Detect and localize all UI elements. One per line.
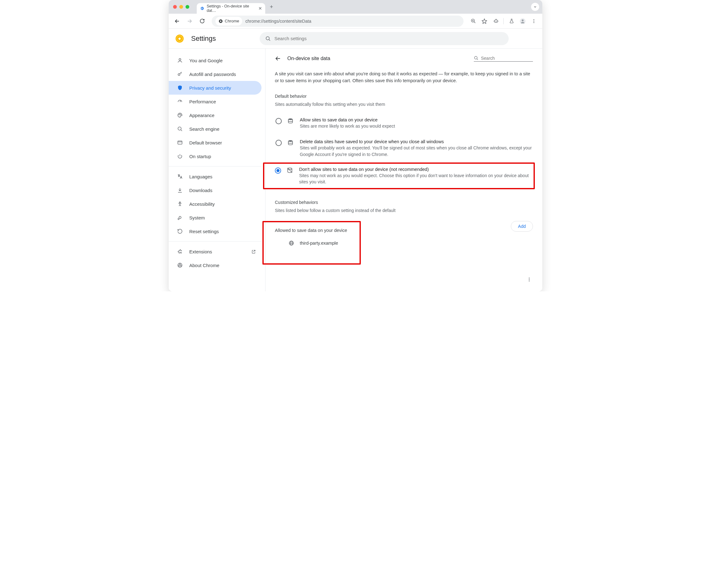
bookmark-star-icon[interactable] [479,16,490,26]
accessibility-icon [177,201,183,207]
nav-forward-button[interactable] [184,16,195,26]
svg-line-34 [477,59,478,60]
speedometer-icon [177,99,183,105]
sidebar-item-label: On startup [189,154,211,159]
extensions-icon[interactable] [490,16,501,26]
tab-strip: Settings - On-device site dat… ✕ + [169,0,542,14]
download-icon [177,187,183,193]
svg-point-3 [220,20,222,22]
sidebar-item-default-browser[interactable]: Default browser [169,136,261,149]
svg-line-15 [269,40,270,41]
sidebar-item-about[interactable]: About Chrome [169,258,261,272]
settings-search-input[interactable] [275,36,503,41]
settings-header: Settings [169,29,542,48]
page-header: On-device site data [275,56,533,62]
sidebar-item-performance[interactable]: Performance [169,95,261,108]
svg-point-33 [474,56,477,59]
svg-marker-8 [482,19,487,23]
browser-toolbar: Chrome chrome://settings/content/siteDat… [169,14,542,29]
sidebar-item-appearance[interactable]: Appearance [169,108,261,122]
svg-line-30 [178,266,179,266]
svg-point-35 [288,118,292,120]
radio-button[interactable] [276,140,282,146]
radio-button-selected[interactable] [275,168,281,174]
radio-button[interactable] [276,118,282,124]
site-chip[interactable]: Chrome [215,17,242,25]
address-bar[interactable]: Chrome chrome://settings/content/siteDat… [212,16,464,27]
window-minimize-button[interactable] [179,5,183,9]
svg-line-5 [474,22,475,23]
svg-rect-24 [178,141,182,145]
svg-line-18 [180,101,181,102]
content-panel: On-device site data A site you visit can… [265,48,542,291]
sidebar-item-reset[interactable]: Reset settings [169,224,261,238]
new-tab-button[interactable]: + [267,2,276,11]
add-button[interactable]: Add [511,221,533,232]
in-page-search[interactable] [474,56,533,62]
sidebar-item-accessibility[interactable]: Accessibility [169,197,261,211]
svg-point-13 [534,22,535,23]
window-close-button[interactable] [173,5,177,9]
default-behavior-subtitle: Sites automatically follow this setting … [275,102,533,107]
site-more-menu[interactable] [527,277,532,282]
sidebar-item-downloads[interactable]: Downloads [169,183,261,197]
sidebar-divider [169,241,261,242]
sidebar-item-label: Accessibility [189,201,215,207]
zoom-icon[interactable] [468,16,478,26]
sidebar-item-system[interactable]: System [169,211,261,224]
translate-icon [177,173,183,180]
option-title: Delete data sites have saved to your dev… [300,139,533,144]
allowed-site-row[interactable]: third-party.example [275,240,347,246]
sidebar-divider [169,166,261,167]
puzzle-icon [177,248,183,255]
option-title: Allow sites to save data on your device [300,117,395,122]
sidebar-item-label: Search engine [189,126,219,132]
chrome-logo-icon [176,35,184,43]
sidebar-item-label: Languages [189,174,212,179]
sidebar-item-label: About Chrome [189,263,219,268]
window-zoom-button[interactable] [186,5,189,9]
svg-point-17 [178,74,180,75]
kebab-menu-icon[interactable] [529,16,539,26]
sidebar-item-privacy[interactable]: Privacy and security [169,81,261,95]
sidebar-item-you-and-google[interactable]: You and Google [169,53,261,67]
sidebar: You and Google Autofill and passwords Pr… [169,48,265,291]
tab-dropdown-button[interactable] [531,3,539,11]
sidebar-item-label: Extensions [189,249,212,254]
settings-search-box[interactable] [260,32,509,45]
url-text: chrome://settings/content/siteData [245,19,311,24]
in-page-search-input[interactable] [481,56,533,61]
page-description: A site you visit can save info about wha… [275,70,533,84]
svg-line-31 [180,266,182,266]
window-controls [172,5,189,9]
browser-window: Settings - On-device site dat… ✕ + Chrom… [169,0,542,291]
labs-flask-icon[interactable] [506,16,517,26]
settings-gear-icon [200,6,204,10]
database-icon [287,139,294,146]
nav-reload-button[interactable] [197,16,207,26]
sidebar-item-label: Reset settings [189,229,219,234]
option-title: Don't allow sites to save data on your d… [299,167,532,172]
browser-tab[interactable]: Settings - On-device site dat… ✕ [197,3,265,14]
sidebar-item-search-engine[interactable]: Search engine [169,122,261,136]
sidebar-item-on-startup[interactable]: On startup [169,149,261,163]
profile-avatar-icon[interactable] [517,16,528,26]
sidebar-item-label: You and Google [189,58,222,63]
sidebar-item-extensions[interactable]: Extensions [169,245,261,258]
sidebar-item-label: Appearance [189,113,214,118]
sidebar-item-label: Default browser [189,140,222,145]
sidebar-item-autofill[interactable]: Autofill and passwords [169,67,261,81]
svg-point-36 [288,140,292,142]
nav-back-button[interactable] [172,16,182,26]
option-desc: Sites are more likely to work as you wou… [300,123,395,129]
svg-point-44 [529,281,530,281]
svg-point-20 [180,114,180,114]
back-arrow-icon[interactable] [275,56,281,62]
sidebar-item-languages[interactable]: Languages [169,170,261,183]
svg-point-22 [178,127,181,130]
tab-close-button[interactable]: ✕ [258,6,262,11]
option-delete-on-close[interactable]: Delete data sites have saved to your dev… [275,134,533,162]
svg-point-12 [534,21,535,21]
option-allow[interactable]: Allow sites to save data on your device … [275,112,533,134]
option-dont-allow[interactable]: Don't allow sites to save data on your d… [275,166,532,187]
